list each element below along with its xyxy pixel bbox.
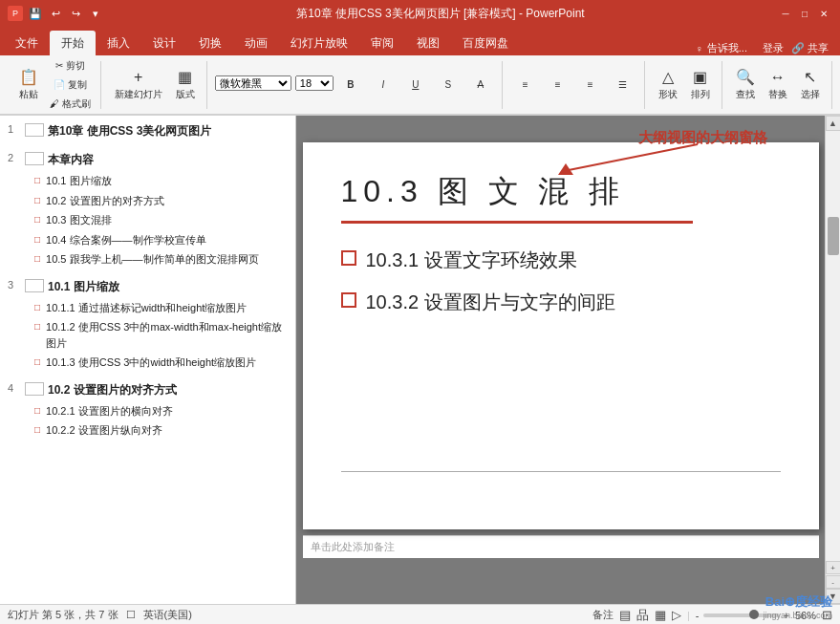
sub-text-3-3: 10.1.3 使用CSS 3中的width和height缩放图片 <box>46 355 256 371</box>
slide-wrapper: 10.3 图 文 混 排 10.3.1 设置文字环绕效果 10.3.2 设置图片… <box>303 142 819 558</box>
outline-sub-4-2[interactable]: □ 10.2.2 设置图片纵向对齐 <box>0 420 295 441</box>
align-left-button[interactable]: ≡ <box>510 76 541 93</box>
tab-home[interactable]: 开始 <box>50 31 96 55</box>
tab-review[interactable]: 审阅 <box>359 31 405 55</box>
drawing-group: △ 形状 ▣ 排列 <box>647 61 722 109</box>
tab-baidu[interactable]: 百度网盘 <box>451 31 520 55</box>
bullet-icon-2-1: □ <box>34 175 40 185</box>
paste-label: 粘贴 <box>19 88 38 101</box>
slide-sorter-button[interactable]: 品 <box>636 607 649 624</box>
scroll-up-button[interactable]: ▲ <box>826 116 841 131</box>
outline-sub-2-4[interactable]: □ 10.4 综合案例——制作学校宣传单 <box>0 230 295 250</box>
outline-title-4: 10.2 设置图片的对齐方式 <box>48 381 291 398</box>
select-label: 选择 <box>801 88 820 101</box>
normal-view-button[interactable]: ▤ <box>619 608 631 622</box>
tab-file[interactable]: 文件 <box>4 31 50 55</box>
arrange-icon: ▣ <box>693 68 707 86</box>
font-family-select[interactable]: 微软雅黑 <box>215 75 291 91</box>
notes-area[interactable]: 单击此处添加备注 <box>303 535 819 558</box>
outline-sub-2-3[interactable]: □ 10.3 图文混排 <box>0 210 295 230</box>
arrange-button[interactable]: ▣ 排列 <box>685 65 716 104</box>
italic-button[interactable]: I <box>368 76 398 93</box>
slider-thumb[interactable] <box>749 610 759 619</box>
arrange-label: 排列 <box>691 88 710 101</box>
maximize-button[interactable]: □ <box>796 5 813 22</box>
bullet-icon-4-1: □ <box>34 405 40 416</box>
sub-text-3-2: 10.1.2 使用CSS 3中的max-width和max-height缩放图片 <box>46 319 291 351</box>
tab-slideshow[interactable]: 幻灯片放映 <box>279 31 359 55</box>
undo-button[interactable]: ↩ <box>47 5 64 22</box>
sub-text-4-1: 10.2.1 设置图片的横向对齐 <box>46 403 173 420</box>
outline-sub-2-5[interactable]: □ 10.5 跟我学上机——制作简单的图文混排网页 <box>0 249 295 269</box>
select-button[interactable]: ↖ 选择 <box>795 65 826 104</box>
save-button[interactable]: 💾 <box>27 5 44 22</box>
layout-icon: ▦ <box>178 68 192 86</box>
outline-item-3[interactable]: 3 10.1 图片缩放 <box>0 275 295 298</box>
find-button[interactable]: 🔍 查找 <box>730 65 761 104</box>
ribbon-tab-bar: 文件 开始 插入 设计 切换 动画 幻灯片放映 审阅 视图 百度网盘 ♀ 告诉我… <box>0 27 840 55</box>
slideshow-button[interactable]: ▷ <box>672 608 681 622</box>
zoom-out-button[interactable]: - <box>696 610 700 621</box>
redo-button[interactable]: ↪ <box>67 5 84 22</box>
outline-sub-3-2[interactable]: □ 10.1.2 使用CSS 3中的max-width和max-height缩放… <box>0 317 295 353</box>
paragraph-group: ≡ ≡ ≡ ☰ <box>505 61 645 109</box>
bullet-icon-2-4: □ <box>34 234 40 245</box>
outline-item-1[interactable]: 1 第10章 使用CSS 3美化网页图片 <box>0 119 295 142</box>
separator: | <box>687 610 690 621</box>
ribbon-right-buttons: 登录 🔗 共享 <box>755 41 836 55</box>
new-slide-button[interactable]: + 新建幻灯片 <box>109 66 168 104</box>
ribbon-content: 📋 粘贴 ✂ 剪切 📄 复制 🖌 格式刷 + 新建幻灯片 ▦ 版式 微软雅黑 <box>0 55 840 115</box>
minimize-button[interactable]: ─ <box>777 5 794 22</box>
slide-num-4: 4 <box>8 381 21 394</box>
reading-view-button[interactable]: ▦ <box>655 608 666 622</box>
shapes-icon: △ <box>662 68 674 86</box>
outline-item-4[interactable]: 4 10.2 设置图片的对齐方式 <box>0 378 295 401</box>
tab-design[interactable]: 设计 <box>141 31 187 55</box>
outline-sub-3-1[interactable]: □ 10.1.1 通过描述标记width和height缩放图片 <box>0 298 295 318</box>
close-button[interactable]: ✕ <box>815 5 832 22</box>
title-bar-left: P 💾 ↩ ↪ ▾ <box>8 5 104 22</box>
outline-panel[interactable]: 1 第10章 使用CSS 3美化网页图片 2 本章内容 □ 10.1 图片缩放 … <box>0 116 296 604</box>
underline-button[interactable]: U <box>400 76 431 93</box>
outline-sub-2-2[interactable]: □ 10.2 设置图片的对齐方式 <box>0 191 295 211</box>
align-center-button[interactable]: ≡ <box>543 76 573 93</box>
bullets-button[interactable]: ☰ <box>608 76 638 93</box>
tab-insert[interactable]: 插入 <box>96 31 141 55</box>
shadow-button[interactable]: S <box>433 76 463 93</box>
right-scrollbar: ▲ + - ▼ <box>825 116 840 604</box>
tab-animations[interactable]: 动画 <box>233 31 279 55</box>
outline-sub-4-1[interactable]: □ 10.2.1 设置图片的横向对齐 <box>0 401 295 421</box>
cut-button[interactable]: ✂ 剪切 <box>46 57 95 75</box>
tab-view[interactable]: 视图 <box>405 31 451 55</box>
notes-toggle-button[interactable]: 备注 <box>592 608 614 622</box>
select-icon: ↖ <box>804 68 816 86</box>
strikethrough-button[interactable]: A <box>465 76 496 93</box>
outline-sub-2-1[interactable]: □ 10.1 图片缩放 <box>0 171 295 191</box>
paste-button[interactable]: 📋 粘贴 <box>13 65 44 104</box>
scroll-track[interactable] <box>826 131 840 561</box>
spell-check-icon[interactable]: ☐ <box>126 609 136 621</box>
tab-transitions[interactable]: 切换 <box>187 31 233 55</box>
zoom-out-scroll-button[interactable]: - <box>826 575 841 589</box>
ribbon: 文件 开始 插入 设计 切换 动画 幻灯片放映 审阅 视图 百度网盘 ♀ 告诉我… <box>0 27 840 116</box>
font-size-select[interactable]: 18 <box>295 75 334 91</box>
format-painter-button[interactable]: 🖌 格式刷 <box>46 96 95 113</box>
zoom-in-scroll-button[interactable]: + <box>826 561 841 574</box>
shapes-button[interactable]: △ 形状 <box>653 65 683 104</box>
login-button[interactable]: 登录 <box>763 41 784 55</box>
scroll-thumb[interactable] <box>828 217 839 255</box>
slide-title-underline <box>341 221 693 224</box>
current-slide[interactable]: 10.3 图 文 混 排 10.3.1 设置文字环绕效果 10.3.2 设置图片… <box>303 142 819 529</box>
custom-quick-access-button[interactable]: ▾ <box>87 5 104 22</box>
outline-sub-3-3[interactable]: □ 10.1.3 使用CSS 3中的width和height缩放图片 <box>0 353 295 373</box>
layout-button[interactable]: ▦ 版式 <box>170 65 201 104</box>
align-right-button[interactable]: ≡ <box>575 76 606 93</box>
ribbon-tell[interactable]: ♀ 告诉我... <box>688 41 755 55</box>
bold-button[interactable]: B <box>335 76 366 93</box>
sub-text-2-2: 10.2 设置图片的对齐方式 <box>46 193 163 209</box>
share-button[interactable]: 🔗 共享 <box>791 41 829 55</box>
title-bar: P 💾 ↩ ↪ ▾ 第10章 使用CSS 3美化网页图片 [兼容模式] - Po… <box>0 0 840 27</box>
replace-button[interactable]: ↔ 替换 <box>763 66 793 104</box>
outline-item-2[interactable]: 2 本章内容 <box>0 148 295 171</box>
copy-button[interactable]: 📄 复制 <box>46 76 95 94</box>
